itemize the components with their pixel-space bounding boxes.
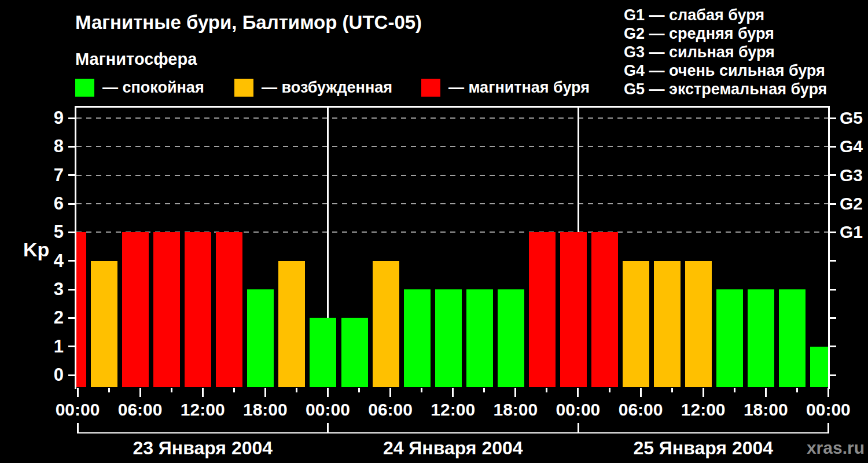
- right-tick: [830, 174, 836, 176]
- kp-bar: [185, 232, 211, 387]
- kp-bar: [76, 232, 86, 387]
- y-tick: [68, 289, 75, 291]
- right-tick: [830, 289, 836, 291]
- magnetic-storm-chart: Магнитные бури, Балтимор (UTC-05) Магнит…: [0, 0, 868, 463]
- kp-bar: [716, 289, 743, 387]
- kp-bar: [216, 232, 242, 387]
- kp-bar: [623, 261, 649, 387]
- y-tick: [68, 117, 75, 119]
- right-tick: [830, 374, 836, 376]
- y-axis-line: [75, 106, 76, 389]
- right-tick: [830, 146, 836, 148]
- kp-bar: [529, 232, 556, 387]
- date-label: 23 Января 2004: [78, 438, 328, 459]
- y-tick: [68, 346, 75, 347]
- right-tick: [830, 203, 836, 205]
- bracket-riser: [827, 423, 829, 433]
- right-tick: [830, 232, 836, 233]
- right-tick: [830, 260, 836, 262]
- watermark: xras.ru: [807, 438, 865, 458]
- kp-bar: [122, 232, 149, 387]
- kp-bar: [373, 261, 399, 387]
- kp-bar: [91, 261, 117, 387]
- kp-bar: [435, 289, 462, 387]
- kp-bar: [247, 289, 274, 387]
- right-tick: [830, 317, 836, 319]
- kp-bar: [404, 289, 431, 387]
- y-tick: [68, 374, 75, 376]
- bracket-line: [78, 432, 829, 433]
- y-tick: [68, 260, 75, 262]
- kp-bar: [779, 289, 806, 387]
- right-tick: [830, 346, 836, 347]
- bracket-riser: [327, 423, 329, 433]
- bracket-riser: [578, 423, 579, 433]
- bracket-riser: [77, 423, 79, 433]
- kp-bar: [466, 289, 493, 387]
- kp-bar: [810, 347, 828, 387]
- kp-bar: [498, 289, 524, 387]
- plot-top-border: [75, 106, 830, 108]
- kp-bar: [748, 289, 774, 387]
- y-tick: [68, 146, 75, 148]
- kp-bar: [685, 261, 712, 387]
- kp-bar: [591, 232, 618, 387]
- kp-bar: [341, 318, 368, 387]
- kp-bar: [278, 261, 305, 387]
- right-tick: [830, 117, 836, 119]
- kp-bar: [310, 318, 336, 387]
- date-label: 24 Января 2004: [328, 438, 579, 459]
- y-tick: [68, 174, 75, 176]
- bars-container: [76, 106, 828, 387]
- y-tick: [68, 232, 75, 233]
- y-tick: [68, 317, 75, 319]
- kp-bar: [153, 232, 180, 387]
- y-tick: [68, 203, 75, 205]
- date-label: 25 Января 2004: [578, 438, 829, 459]
- kp-bar: [560, 232, 587, 387]
- kp-bar: [654, 261, 681, 387]
